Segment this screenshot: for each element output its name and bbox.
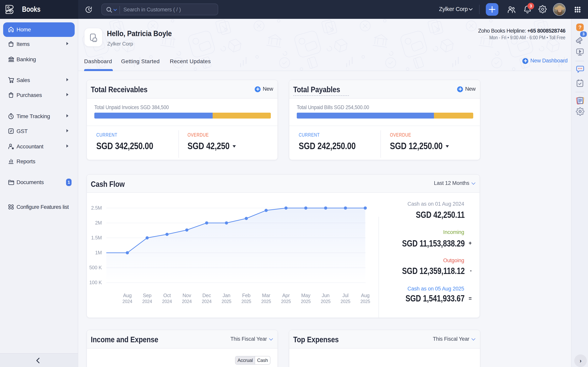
- svg-text:Jul: Jul: [342, 293, 348, 298]
- svg-text:2M: 2M: [95, 220, 102, 225]
- svg-text:2024: 2024: [202, 299, 211, 304]
- svg-text:1M: 1M: [95, 250, 102, 255]
- svg-text:2025: 2025: [261, 299, 271, 304]
- svg-text:1.5M: 1.5M: [91, 235, 102, 240]
- svg-text:2025: 2025: [301, 299, 311, 304]
- svg-text:2025: 2025: [281, 299, 291, 304]
- svg-text:Apr: Apr: [282, 293, 289, 298]
- svg-text:2025: 2025: [360, 299, 370, 304]
- svg-text:100 K: 100 K: [89, 280, 102, 285]
- svg-text:Feb: Feb: [242, 293, 250, 298]
- svg-text:Aug: Aug: [123, 293, 131, 298]
- svg-text:May: May: [301, 293, 310, 298]
- svg-text:2.5M: 2.5M: [91, 205, 102, 211]
- svg-text:Sep: Sep: [143, 293, 151, 298]
- svg-text:Oct: Oct: [163, 293, 171, 298]
- svg-text:2025: 2025: [241, 299, 251, 304]
- svg-text:2024: 2024: [142, 299, 152, 304]
- svg-text:Nov: Nov: [182, 293, 191, 298]
- svg-text:2024: 2024: [182, 299, 192, 304]
- svg-text:2024: 2024: [122, 299, 132, 304]
- svg-text:Dec: Dec: [202, 293, 211, 298]
- svg-text:500 K: 500 K: [89, 265, 102, 270]
- svg-text:Jan: Jan: [223, 293, 230, 298]
- svg-text:2025: 2025: [340, 299, 350, 304]
- svg-text:2025: 2025: [221, 299, 231, 304]
- svg-text:Jun: Jun: [321, 293, 329, 298]
- svg-text:2024: 2024: [162, 299, 172, 304]
- svg-text:Aug: Aug: [361, 293, 370, 298]
- svg-text:Mar: Mar: [262, 293, 270, 298]
- svg-text:2025: 2025: [320, 299, 330, 304]
